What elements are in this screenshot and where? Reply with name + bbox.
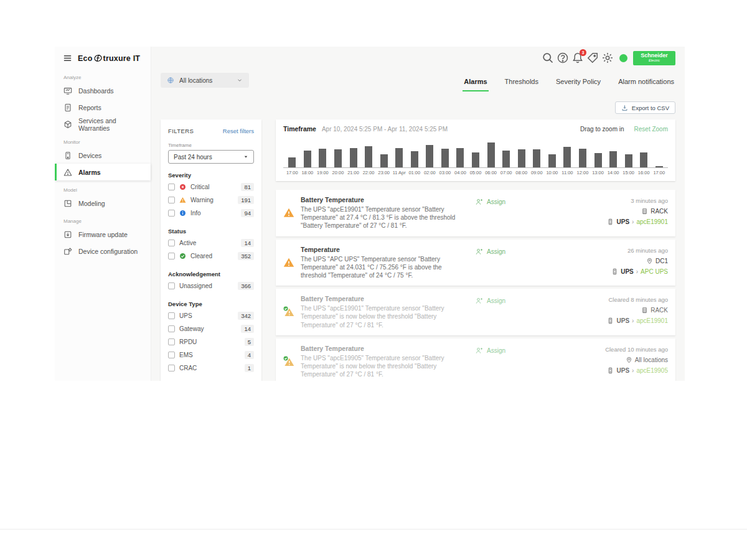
chart-x-tick: 19:00 <box>315 170 331 175</box>
filter-option-ups[interactable]: UPS342 <box>168 309 254 322</box>
checkbox[interactable] <box>168 312 175 319</box>
tab-alarms[interactable]: Alarms <box>463 74 488 91</box>
settings-icon[interactable] <box>601 52 614 64</box>
schneider-electric-logo[interactable]: Schneider Electric <box>633 51 675 65</box>
filter-option-unassigned[interactable]: Unassigned366 <box>168 279 254 292</box>
filter-option-active[interactable]: Active14 <box>168 236 254 250</box>
reset-zoom-link[interactable]: Reset Zoom <box>634 126 668 133</box>
chart-bar[interactable] <box>365 146 372 167</box>
location-selector[interactable]: All locations <box>161 73 249 88</box>
menu-icon[interactable] <box>63 54 72 63</box>
device-link[interactable]: APC UPS <box>641 268 668 275</box>
chart-bar-slot <box>575 149 591 167</box>
assign-button[interactable]: Assign <box>475 297 505 305</box>
feedback-icon[interactable] <box>586 52 599 64</box>
sidebar-item-services-and-warranties[interactable]: Services and Warranties <box>55 116 151 133</box>
checkbox[interactable] <box>168 253 175 259</box>
chart-bar[interactable] <box>563 147 571 167</box>
tab-severity-policy[interactable]: Severity Policy <box>555 74 602 91</box>
chart-bar[interactable] <box>288 157 296 167</box>
chart-bar[interactable] <box>518 149 525 167</box>
chart-bar[interactable] <box>625 154 632 167</box>
checkbox[interactable] <box>168 338 175 345</box>
assign-button[interactable]: Assign <box>475 198 505 206</box>
sidebar-item-firmware-update[interactable]: Firmware update <box>55 226 151 243</box>
alarm-location-label: RACK <box>651 307 668 314</box>
sidebar-item-modeling[interactable]: Modeling <box>55 195 151 212</box>
search-icon[interactable] <box>542 52 554 64</box>
device-link[interactable]: apcE19901 <box>636 317 668 324</box>
chart-bar[interactable] <box>579 149 586 167</box>
reset-filters-link[interactable]: Reset filters <box>223 128 254 134</box>
chart-bar[interactable] <box>533 149 540 167</box>
chart-bar[interactable] <box>456 148 464 167</box>
alarm-card[interactable]: Battery TemperatureThe UPS "apcE19901" T… <box>276 190 675 236</box>
chart-plot-area[interactable] <box>283 139 668 168</box>
alarm-location[interactable]: RACK <box>641 307 668 314</box>
alarm-location[interactable]: All locations <box>626 357 668 363</box>
app-logo-suffix: truxure IT <box>103 54 141 63</box>
alarm-device-type: UPS <box>616 367 629 374</box>
filter-option-rpdu[interactable]: RPDU5 <box>168 335 254 348</box>
checkbox[interactable] <box>168 210 175 217</box>
notifications-icon[interactable]: 3 <box>571 52 584 64</box>
chart-bar[interactable] <box>640 152 647 167</box>
sidebar-item-alarms[interactable]: Alarms <box>55 164 151 180</box>
checkbox[interactable] <box>168 240 175 246</box>
filter-option-warning[interactable]: Warning191 <box>168 194 254 207</box>
checkbox[interactable] <box>168 282 175 289</box>
chart-bar[interactable] <box>487 142 495 167</box>
chart-bar[interactable] <box>609 151 617 167</box>
export-csv-button[interactable]: Export to CSV <box>615 101 675 114</box>
chart-bar[interactable] <box>395 148 403 167</box>
sidebar-item-devices[interactable]: Devices <box>55 147 151 164</box>
chart-bar[interactable] <box>502 151 510 167</box>
filter-option-gateway[interactable]: Gateway14 <box>168 322 254 335</box>
checkbox[interactable] <box>168 365 175 371</box>
filter-option-cleared[interactable]: Cleared352 <box>168 250 254 263</box>
chart-bar[interactable] <box>594 153 602 167</box>
filter-option-crac[interactable]: CRAC1 <box>168 362 254 375</box>
chart-x-tick: 21:00 <box>345 170 361 175</box>
chart-bar[interactable] <box>334 149 342 167</box>
filter-option-critical[interactable]: Critical81 <box>168 180 254 194</box>
sidebar-header: Eco truxure IT <box>55 47 151 68</box>
chart-bar[interactable] <box>426 145 433 167</box>
chart-bar[interactable] <box>319 149 326 167</box>
help-icon[interactable] <box>557 52 569 64</box>
alarm-card[interactable]: Battery TemperatureThe UPS "apcE19905" T… <box>276 338 675 381</box>
chart-bar[interactable] <box>441 149 449 167</box>
sidebar-item-dashboards[interactable]: Dashboards <box>55 82 151 99</box>
checkbox[interactable] <box>168 325 175 332</box>
assign-button[interactable]: Assign <box>475 347 505 355</box>
device-link[interactable]: apcE19905 <box>636 367 668 374</box>
alarm-card[interactable]: Battery TemperatureThe UPS "apcE19901" T… <box>276 289 675 335</box>
chart-bar[interactable] <box>304 151 311 167</box>
device-link[interactable]: apcE19901 <box>636 218 668 225</box>
sidebar-section-label: Model <box>55 180 151 195</box>
chart-bar[interactable] <box>655 166 663 167</box>
alarm-card[interactable]: TemperatureThe UPS "APC UPS" Temperature… <box>276 240 675 286</box>
sidebar-item-device-configuration[interactable]: Device configuration <box>55 243 151 259</box>
sidebar: Eco truxure IT AnalyzeDashboardsReportsS… <box>55 47 151 381</box>
avatar[interactable] <box>619 54 627 62</box>
timeframe-label: Timeframe <box>168 142 254 148</box>
chart-bar[interactable] <box>472 152 479 167</box>
sidebar-item-reports[interactable]: Reports <box>55 99 151 116</box>
filter-option-info[interactable]: Info94 <box>168 207 254 220</box>
chart-bar[interactable] <box>548 154 556 167</box>
chart-bar[interactable] <box>350 148 357 167</box>
tab-thresholds[interactable]: Thresholds <box>504 74 540 91</box>
chart-x-tick: 17:00 <box>652 170 667 175</box>
assign-button[interactable]: Assign <box>475 248 505 256</box>
checkbox[interactable] <box>168 352 175 358</box>
checkbox[interactable] <box>168 184 175 190</box>
chart-bar[interactable] <box>411 151 418 167</box>
alarm-location[interactable]: DC1 <box>646 258 668 264</box>
chart-bar[interactable] <box>380 154 388 167</box>
alarm-location[interactable]: RACK <box>641 208 668 215</box>
checkbox[interactable] <box>168 197 175 203</box>
filter-option-ems[interactable]: EMS4 <box>168 348 254 362</box>
tab-alarm-notifications[interactable]: Alarm notifications <box>617 74 675 91</box>
timeframe-select[interactable]: Past 24 hours <box>168 150 254 164</box>
